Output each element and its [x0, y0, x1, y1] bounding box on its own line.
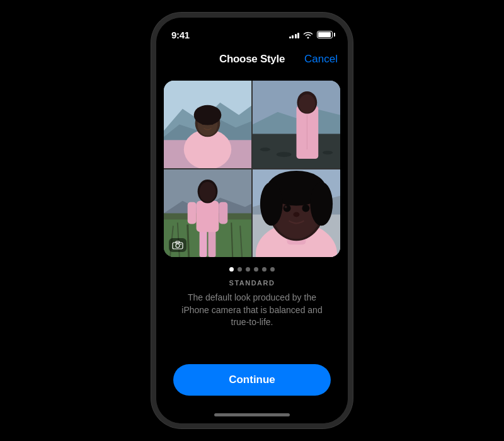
- svg-rect-35: [219, 202, 227, 224]
- photo-cell-bottom-right: [253, 169, 340, 257]
- continue-button-label: Continue: [229, 374, 275, 386]
- nav-bar: Choose Style Cancel: [156, 45, 348, 73]
- signal-icon: [289, 31, 300, 38]
- svg-point-10: [194, 105, 222, 125]
- svg-point-15: [277, 152, 292, 157]
- continue-button[interactable]: Continue: [173, 364, 331, 396]
- phone-frame: 9:41 Choose Style: [151, 13, 353, 428]
- svg-point-38: [200, 182, 216, 202]
- camera-badge-icon: [169, 238, 186, 252]
- battery-icon: [317, 31, 333, 38]
- svg-point-53: [302, 205, 309, 212]
- dot-3[interactable]: [246, 267, 250, 272]
- svg-rect-33: [197, 201, 219, 232]
- dynamic-island: [214, 23, 290, 44]
- photo-grid: [164, 81, 340, 257]
- nav-title: Choose Style: [219, 53, 285, 66]
- svg-rect-32: [208, 229, 215, 257]
- svg-point-20: [299, 94, 315, 113]
- svg-point-58: [310, 182, 333, 226]
- svg-point-40: [176, 244, 180, 248]
- svg-point-14: [260, 147, 270, 151]
- status-bar: 9:41: [156, 18, 348, 45]
- dot-1[interactable]: [229, 267, 234, 272]
- wifi-icon: [303, 31, 313, 38]
- dot-6[interactable]: [270, 267, 275, 272]
- photo-cell-top-left: [164, 81, 251, 168]
- svg-point-52: [284, 205, 291, 212]
- svg-line-28: [188, 224, 189, 257]
- dot-5[interactable]: [262, 267, 266, 272]
- cancel-button[interactable]: Cancel: [304, 53, 338, 66]
- status-time: 9:41: [171, 30, 190, 40]
- svg-point-55: [294, 212, 300, 217]
- svg-rect-42: [180, 244, 181, 245]
- svg-point-17: [323, 151, 333, 154]
- status-icons: [289, 31, 333, 38]
- svg-point-54: [285, 206, 287, 209]
- dot-2[interactable]: [238, 267, 242, 272]
- photo-cell-bottom-left: [164, 169, 251, 257]
- content: STANDARD The default look produced by th…: [156, 73, 348, 406]
- svg-rect-34: [188, 202, 197, 224]
- style-label: STANDARD: [229, 279, 275, 287]
- svg-point-57: [260, 182, 283, 226]
- pagination-dots: [229, 267, 275, 272]
- dot-4[interactable]: [254, 267, 258, 272]
- home-indicator: [156, 406, 348, 423]
- home-bar: [214, 413, 290, 416]
- photo-cell-top-right: [253, 81, 340, 168]
- svg-rect-31: [200, 229, 207, 257]
- screen: 9:41 Choose Style: [156, 18, 348, 423]
- style-description: The default look produced by the iPhone …: [156, 292, 348, 329]
